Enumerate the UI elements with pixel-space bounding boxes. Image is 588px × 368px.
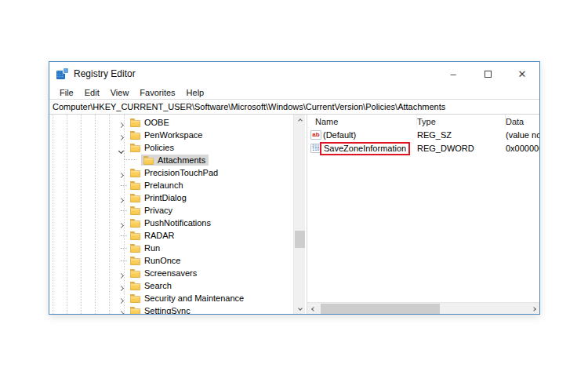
- tree-item-label: Privacy: [144, 206, 172, 215]
- tree-pane[interactable]: OOBE PenWorkspace Policies Attac: [49, 115, 305, 314]
- tree-item-label: Prelaunch: [144, 180, 183, 190]
- scrollbar-thumb[interactable]: [321, 304, 440, 314]
- tree-item-label: PrintDialog: [144, 193, 187, 202]
- column-header-name[interactable]: Name: [315, 115, 417, 128]
- folder-icon: [130, 257, 140, 265]
- chevron-right-icon[interactable]: [119, 169, 123, 179]
- close-button[interactable]: ✕: [505, 62, 539, 86]
- tree-item-settingsync[interactable]: SettingSync: [49, 304, 292, 314]
- tree-item-attachments[interactable]: Attachments: [49, 154, 292, 166]
- tree-item-label: RunOnce: [144, 256, 180, 265]
- tree-item-prelaunch[interactable]: Prelaunch: [49, 179, 292, 191]
- registry-editor-app-icon: [56, 68, 68, 79]
- value-type: REG_DWORD: [417, 144, 506, 153]
- tree-rows: OOBE PenWorkspace Policies Attac: [49, 116, 292, 314]
- tree-item-oobe[interactable]: OOBE: [49, 116, 292, 129]
- maximize-button[interactable]: [470, 62, 505, 86]
- tree-item-search[interactable]: Search: [49, 279, 292, 292]
- tree-item-security-and-maintenance[interactable]: Security and Maintenance: [49, 292, 292, 304]
- minimize-button[interactable]: –: [436, 62, 470, 86]
- value-row-savezoneinformation[interactable]: 011 110 SaveZoneInformation REG_DWORD 0x…: [307, 141, 539, 155]
- value-data: (value not: [506, 130, 539, 140]
- folder-icon: [130, 181, 140, 190]
- scroll-right-icon[interactable]: [528, 303, 539, 314]
- tree-item-policies[interactable]: Policies: [49, 141, 292, 154]
- window-controls: – ✕: [436, 62, 539, 86]
- scroll-up-icon[interactable]: [294, 115, 305, 126]
- tree-item-label: Screensavers: [144, 268, 197, 278]
- tree-item-label: Policies: [144, 143, 174, 152]
- value-name[interactable]: SaveZoneInformation: [323, 144, 417, 153]
- folder-icon: [130, 206, 140, 215]
- tree-item-label: Search: [144, 281, 172, 290]
- tree-item-penworkspace[interactable]: PenWorkspace: [49, 129, 292, 141]
- folder-icon: [130, 219, 140, 228]
- tree-item-label: Attachments: [158, 155, 205, 165]
- tree-connector: [121, 261, 127, 261]
- tree-item-label: Run: [144, 243, 160, 253]
- values-pane[interactable]: Name Type Data ab (Default) REG_SZ (valu…: [307, 115, 539, 314]
- close-icon: ✕: [518, 68, 527, 80]
- list-header: Name Type Data: [307, 115, 539, 128]
- tree-connector: [121, 210, 127, 211]
- folder-icon: [130, 282, 140, 290]
- tree-item-pushnotifications[interactable]: PushNotifications: [49, 217, 292, 229]
- registry-path: Computer\HKEY_CURRENT_USER\Software\Micr…: [53, 102, 445, 111]
- menu-help[interactable]: Help: [181, 88, 210, 97]
- maximize-icon: [485, 71, 492, 78]
- title-bar[interactable]: Registry Editor – ✕: [49, 62, 539, 86]
- folder-icon: [143, 156, 154, 165]
- address-bar[interactable]: Computer\HKEY_CURRENT_USER\Software\Micr…: [49, 99, 539, 115]
- folder-icon: [130, 231, 140, 240]
- menu-favorites[interactable]: Favorites: [134, 88, 180, 97]
- folder-icon: [130, 118, 140, 127]
- tree-item-label: PrecisionTouchPad: [144, 168, 218, 177]
- tree-item-precisiontouchpad[interactable]: PrecisionTouchPad: [49, 166, 292, 179]
- column-header-type[interactable]: Type: [417, 115, 506, 128]
- annotation-red-box: SaveZoneInformation: [320, 142, 410, 155]
- tree-item-label: RADAR: [144, 231, 175, 240]
- tree-item-screensavers[interactable]: Screensavers: [49, 267, 292, 279]
- selected-tree-item[interactable]: Attachments: [141, 155, 209, 166]
- tree-item-runonce[interactable]: RunOnce: [49, 254, 292, 267]
- menu-file[interactable]: File: [54, 88, 79, 97]
- tree-connector: [121, 235, 127, 236]
- chevron-right-icon[interactable]: [119, 195, 123, 204]
- minimize-icon: –: [450, 68, 456, 80]
- main-content: OOBE PenWorkspace Policies Attac: [49, 115, 539, 314]
- scroll-left-icon[interactable]: [307, 303, 319, 314]
- tree-vertical-scrollbar[interactable]: [293, 115, 305, 314]
- chevron-right-icon[interactable]: [119, 308, 123, 314]
- values-horizontal-scrollbar[interactable]: [307, 302, 539, 314]
- scrollbar-thumb[interactable]: [295, 231, 305, 248]
- tree-item-privacy[interactable]: Privacy: [49, 204, 292, 217]
- folder-icon: [130, 294, 140, 303]
- tree-item-run[interactable]: Run: [49, 242, 292, 254]
- menu-bar: File Edit View Favorites Help: [49, 86, 539, 99]
- tree-item-label: Security and Maintenance: [144, 293, 244, 303]
- chevron-right-icon[interactable]: [119, 132, 123, 141]
- chevron-right-icon[interactable]: [119, 270, 123, 279]
- folder-icon: [130, 194, 140, 202]
- chevron-right-icon[interactable]: [119, 282, 123, 292]
- folder-icon: [130, 269, 140, 278]
- tree-item-radar[interactable]: RADAR: [49, 229, 292, 242]
- tree-connector: [121, 248, 127, 249]
- window-title: Registry Editor: [74, 68, 136, 79]
- tree-connector: [124, 150, 136, 160]
- chevron-right-icon[interactable]: [119, 295, 123, 304]
- scroll-down-icon[interactable]: [294, 302, 305, 314]
- value-row-default[interactable]: ab (Default) REG_SZ (value not: [307, 128, 539, 141]
- tree-item-printdialog[interactable]: PrintDialog: [49, 191, 292, 204]
- chevron-right-icon[interactable]: [119, 119, 123, 129]
- value-name[interactable]: (Default): [323, 130, 417, 140]
- string-value-icon: ab: [310, 130, 321, 140]
- chevron-right-icon[interactable]: [119, 220, 123, 229]
- column-header-data[interactable]: Data: [506, 115, 539, 128]
- menu-view[interactable]: View: [105, 88, 135, 97]
- value-type: REG_SZ: [417, 130, 506, 140]
- tree-item-label: SettingSync: [144, 306, 191, 314]
- registry-editor-window: Registry Editor – ✕ File Edit View Favor…: [49, 61, 540, 315]
- menu-edit[interactable]: Edit: [79, 88, 105, 97]
- folder-icon: [130, 307, 140, 315]
